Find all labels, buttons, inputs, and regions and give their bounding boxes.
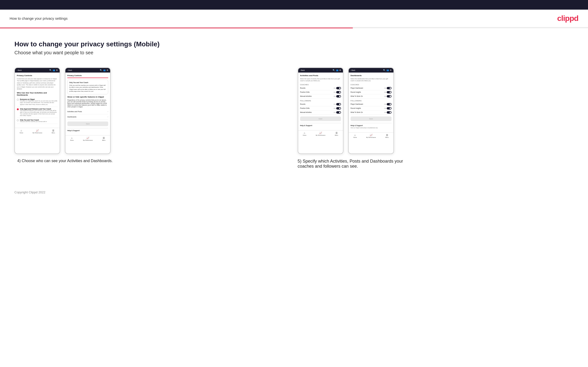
back-button-1[interactable]: ‹ Back [17,69,22,71]
toggle-followers-practice-switch[interactable] [336,107,341,109]
menu-item-activities[interactable]: Activities and Posts › [67,109,108,114]
page-title: How to change your privacy settings (Mob… [14,40,574,48]
dashboards-title: Dashboards [351,75,391,77]
toggle-followers-manual-switch[interactable] [336,111,341,114]
toggle-coaches-rounds[interactable]: Rounds ON [300,86,341,90]
toggle-followers-player-dash[interactable]: Player Dashboard ON [351,102,391,106]
radio-option-everyone[interactable]: Everyone on Clippd Everyone on Clippd ca… [17,97,58,107]
phone-icons-1: 🔍 👥 ⚙ [49,69,58,71]
label-coaches-player-dash: Player Dashboard [351,87,363,89]
radio-circle-followers [17,108,19,110]
toggle-followers-player-dash-switch[interactable] [387,103,391,105]
nav-home-4[interactable]: ⌂ Home [353,134,357,138]
toggle-followers-round-insights-switch[interactable] [387,107,391,109]
label-coaches-work-on: What To Work On [351,95,363,97]
save-button-4[interactable]: Save [351,117,391,121]
activities-posts-title: Activities and Posts [300,75,341,77]
phone-body-4: Dashboards Select the dashboards that yo… [349,73,393,130]
menu-item-dashboards[interactable]: Dashboards › [67,114,108,120]
back-button-4[interactable]: ‹ Back [351,69,355,71]
screenshots-row: ‹ Back 🔍 👥 ⚙ Privacy Controls Control ho… [14,67,574,169]
nav-performance-4[interactable]: 📈 My Performance [366,134,376,138]
phone-bottom-nav-3: ⌂ Home 📈 My Performance ☰ Menu [298,130,343,137]
toggle-followers-rounds[interactable]: Rounds ON [300,102,341,106]
settings-icon[interactable]: ⚙ [56,69,58,71]
show-hide-desc: Regardless of the privacy controls that … [67,99,108,108]
toggle-coaches-manual[interactable]: Manual Activities ON [300,94,341,99]
followers-label-4: FOLLOWERS [351,100,391,102]
nav-home-1[interactable]: ⌂ Home [20,129,23,133]
coaches-label-3: COACHES [300,84,341,85]
radio-option-coach-only[interactable]: Only You and Your Coach Only you and the… [17,118,58,124]
person-icon-2[interactable]: 👥 [103,69,106,71]
menu-icon-3: ☰ [336,132,338,134]
settings-icon-4[interactable]: ⚙ [390,69,391,71]
nav-menu-2[interactable]: ☰ Menu [102,137,106,141]
person-icon-3[interactable]: 👥 [336,69,338,71]
dashboards-desc: Select the dashboards that you'd like to… [351,78,391,82]
chart-icon-1: 📈 [36,129,39,132]
toggle-followers-practice[interactable]: Practice Drills ON [300,106,341,110]
toggle-coaches-manual-switch[interactable] [336,95,341,98]
home-icon-1: ⌂ [21,129,22,132]
toggle-followers-manual[interactable]: Manual Activities ON [300,110,341,115]
save-button-2[interactable]: Save [67,122,108,126]
back-button-3[interactable]: ‹ Back [300,69,305,71]
privacy-controls-desc: Control how you and your data appears to… [17,78,58,90]
phone-body-1: Privacy Controls Control how you and you… [15,73,60,126]
toggle-followers-rounds-switch[interactable] [336,103,341,105]
toggle-followers-work-on-switch[interactable] [387,111,391,114]
toggle-coaches-work-on-switch[interactable] [387,95,391,98]
caption-group2: 5) Specify which Activities, Posts and D… [298,159,413,169]
person-icon[interactable]: 👥 [53,69,55,71]
phone-mockup-1: ‹ Back 🔍 👥 ⚙ Privacy Controls Control ho… [14,67,60,154]
privacy-controls-tab[interactable]: Privacy Controls [67,75,82,77]
help-support-4: Help & Support [351,123,391,126]
radio-desc-everyone: Everyone on Clippd can search for you an… [20,100,58,105]
phone-bottom-nav-4: ⌂ Home 📈 My Performance ☰ Menu [349,132,393,139]
help-support-2: Help & Support [67,128,108,131]
nav-performance-3[interactable]: 📈 My Performance [316,132,325,136]
screenshot-group-4: ‹ Back 🔍 👥 ⚙ Dashboards Select the dashb… [348,67,394,154]
toggle-coaches-player-dash[interactable]: Player Dashboard ON [351,86,391,90]
toggle-coaches-practice[interactable]: Practice Drills ON [300,90,341,94]
phone-top-bar-2: ‹ Back 🔍 👥 ⚙ [65,68,110,73]
person-icon-4[interactable]: 👥 [387,69,389,71]
radio-option-followers[interactable]: Only Approved Followers and Your Coach O… [17,107,58,118]
toggle-followers-work-on[interactable]: What To Work On ON [351,110,391,115]
nav-home-label-3: Home [303,134,306,136]
who-can-see-title: Who Can See Your Activities and Dashboar… [17,92,58,96]
search-icon-3[interactable]: 🔍 [333,69,335,71]
chart-icon-4: 📈 [370,134,372,136]
radio-desc-coach-only: Only you and the coaches you connect wit… [20,121,47,123]
save-button-3[interactable]: Save [300,117,341,121]
nav-perf-label-2: My Performance [83,140,93,141]
search-icon[interactable]: 🔍 [49,69,52,71]
nav-home-label-1: Home [20,132,23,133]
search-icon-2[interactable]: 🔍 [100,69,102,71]
settings-icon-2[interactable]: ⚙ [106,69,108,71]
search-icon-4[interactable]: 🔍 [383,69,386,71]
settings-icon-3[interactable]: ⚙ [339,69,341,71]
toggle-coaches-round-insights-switch[interactable] [387,91,391,93]
nav-performance-1[interactable]: 📈 My Performance [33,129,42,133]
phone-bottom-nav-1: ⌂ Home 📈 My Performance ☰ Menu [15,128,60,134]
nav-home-3[interactable]: ⌂ Home [303,132,306,136]
toggle-coaches-practice-switch[interactable] [336,91,341,93]
toggle-coaches-rounds-switch[interactable] [336,87,341,89]
label-coaches-round-insights: Round Insights [351,91,361,93]
nav-home-2[interactable]: ⌂ Home [70,137,74,141]
nav-menu-4[interactable]: ☰ Menu [385,134,389,138]
chart-icon-3: 📈 [319,132,322,134]
nav-menu-3[interactable]: ☰ Menu [335,132,338,136]
toggle-coaches-round-insights[interactable]: Round Insights ON [351,90,391,94]
toggle-coaches-work-on[interactable]: What To Work On ON [351,94,391,99]
nav-menu-1[interactable]: ☰ Menu [52,129,55,133]
toggle-coaches-player-dash-switch[interactable] [387,87,391,89]
back-button-2[interactable]: ‹ Back [67,69,72,71]
toggle-followers-round-insights[interactable]: Round Insights ON [351,106,391,110]
nav-performance-2[interactable]: 📈 My Performance [83,137,93,141]
radio-circle-coach-only [17,119,19,121]
label-followers-manual: Manual Activities [300,111,312,113]
radio-label-everyone: Everyone on Clippd [20,99,58,100]
